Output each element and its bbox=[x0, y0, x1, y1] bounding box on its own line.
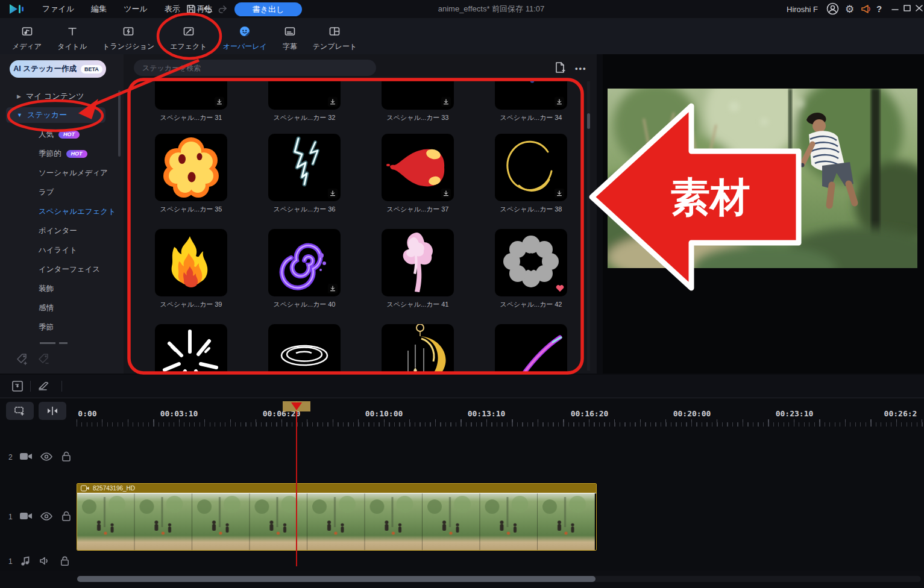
sidebar-item-pointer[interactable]: ポインター bbox=[0, 223, 124, 239]
menu-view[interactable]: 表示 bbox=[156, 0, 189, 18]
sticker-item[interactable]: スペシャル...カー 33 bbox=[361, 81, 474, 122]
download-icon[interactable] bbox=[328, 284, 338, 293]
track-number: 1 bbox=[8, 557, 13, 566]
sidebar-item-season[interactable]: 季節 bbox=[0, 319, 124, 335]
sticker-thumb-pink-cloud bbox=[268, 81, 341, 110]
settings-gear-icon[interactable]: ⚙ bbox=[845, 3, 854, 16]
download-icon[interactable] bbox=[215, 97, 224, 107]
sticker-item[interactable]: スペシャル...カー 41 bbox=[361, 229, 474, 309]
ruler-minor-ticks[interactable] bbox=[77, 422, 924, 427]
beta-badge: BETA bbox=[81, 65, 102, 74]
sticker-thumb-gold-circle bbox=[495, 134, 567, 201]
sidebar-item-sticker[interactable]: ▼ ステッカー bbox=[0, 107, 124, 123]
minimize-button[interactable] bbox=[890, 2, 900, 15]
timeline-header bbox=[0, 375, 924, 398]
playhead[interactable] bbox=[296, 401, 297, 566]
timeline-hscroll-thumb[interactable] bbox=[77, 576, 596, 582]
download-icon[interactable] bbox=[555, 189, 564, 198]
download-icon[interactable] bbox=[555, 97, 564, 107]
video-camera-icon bbox=[19, 511, 33, 524]
help-icon[interactable]: ? bbox=[876, 4, 882, 14]
sidebar-item-popular[interactable]: 人気 HOT bbox=[0, 127, 124, 142]
track-visibility-eye-icon[interactable] bbox=[40, 451, 53, 464]
sticker-item[interactable]: スペシャル...カー 37 bbox=[361, 134, 474, 214]
track-lock-icon[interactable] bbox=[59, 555, 71, 569]
sticker-item[interactable] bbox=[474, 324, 588, 374]
track-number: 1 bbox=[8, 513, 13, 521]
tag-remove-icon[interactable] bbox=[37, 352, 51, 367]
sticker-item[interactable]: スペシャル...カー 39 bbox=[134, 229, 248, 309]
timeline-video-clip[interactable]: 825743196_HD bbox=[77, 483, 597, 551]
favorite-heart-icon[interactable] bbox=[556, 284, 564, 294]
sticker-item[interactable] bbox=[248, 324, 361, 374]
tab-media[interactable]: メディア bbox=[5, 20, 49, 52]
clip-name: 825743196_HD bbox=[93, 485, 135, 492]
track-lock-icon[interactable] bbox=[60, 510, 72, 524]
sidebar-item-social-media[interactable]: ソーシャルメディア bbox=[0, 165, 124, 181]
sticker-item[interactable]: スペシャル...カー 31 bbox=[134, 81, 248, 122]
hot-badge: HOT bbox=[66, 150, 87, 158]
close-button[interactable] bbox=[914, 2, 924, 15]
menu-edit[interactable]: 編集 bbox=[83, 0, 115, 18]
maximize-button[interactable] bbox=[902, 2, 912, 15]
download-icon[interactable] bbox=[441, 97, 451, 107]
chevron-right-icon: ▶ bbox=[17, 93, 21, 99]
tab-effects[interactable]: エフェクト bbox=[163, 20, 214, 52]
sticker-item[interactable]: スペシャル...カー 34 bbox=[474, 81, 588, 122]
playhead-marker[interactable] bbox=[291, 402, 302, 410]
preview-video[interactable] bbox=[608, 89, 917, 268]
sticker-category-sidebar: AI ステッカー作成 BETA ▶ マイ コンテンツ ▼ ステッカー 人気 HO… bbox=[0, 54, 124, 374]
download-icon[interactable] bbox=[441, 189, 451, 198]
undo-icon[interactable] bbox=[203, 4, 213, 16]
sidebar-item-decoration[interactable]: 装飾 bbox=[0, 281, 124, 296]
sticker-thumb-moon-mobile bbox=[382, 324, 454, 374]
search-input[interactable] bbox=[134, 60, 376, 76]
sidebar-item-highlight[interactable]: ハイライト bbox=[0, 242, 124, 258]
import-file-icon[interactable] bbox=[553, 61, 567, 76]
sidebar-item-love[interactable]: ラブ bbox=[0, 184, 124, 200]
sticker-thumb-blank bbox=[155, 81, 227, 110]
track-number: 2 bbox=[8, 453, 13, 461]
add-subtitle-track-button[interactable] bbox=[6, 402, 34, 420]
sidebar-item-seasonal[interactable]: 季節的 HOT bbox=[0, 146, 124, 161]
tab-subtitles[interactable]: 字幕 bbox=[275, 20, 304, 52]
tab-templates[interactable]: テンプレート bbox=[306, 20, 364, 52]
tab-overlay[interactable]: オーバーレイ bbox=[216, 20, 274, 52]
frame-preview-icon[interactable] bbox=[11, 380, 24, 395]
more-options-icon[interactable]: ••• bbox=[575, 64, 587, 73]
tab-transition[interactable]: トランジション bbox=[95, 20, 162, 52]
sticker-item[interactable]: スペシャル...カー 36 bbox=[248, 134, 361, 214]
sticker-item[interactable] bbox=[361, 324, 474, 374]
sticker-item[interactable] bbox=[134, 324, 248, 374]
sticker-item[interactable]: スペシャル...カー 42 bbox=[474, 229, 588, 309]
sidebar-item-special-effects[interactable]: スペシャルエフェクト bbox=[0, 204, 124, 219]
sidebar-item-emotion[interactable]: 感情 bbox=[0, 300, 124, 316]
track-lock-icon[interactable] bbox=[60, 451, 72, 464]
tag-add-icon[interactable] bbox=[16, 352, 29, 367]
ai-sticker-create-button[interactable]: AI ステッカー作成 BETA bbox=[10, 60, 106, 78]
sidebar-item-interface[interactable]: インターフェイス bbox=[0, 261, 124, 277]
track-visibility-eye-icon[interactable] bbox=[40, 511, 53, 524]
media-library-panel: AI ステッカー作成 BETA ▶ マイ コンテンツ ▼ ステッカー 人気 HO… bbox=[0, 54, 597, 374]
sticker-item[interactable]: スペシャル...カー 32 bbox=[248, 81, 361, 122]
menu-file[interactable]: ファイル bbox=[34, 0, 83, 18]
sidebar-item-my-content[interactable]: ▶ マイ コンテンツ bbox=[0, 89, 124, 104]
sticker-item[interactable]: スペシャル...カー 35 bbox=[134, 134, 248, 214]
download-icon[interactable] bbox=[328, 97, 338, 107]
tab-title[interactable]: タイトル bbox=[50, 20, 94, 52]
redo-icon[interactable] bbox=[218, 4, 228, 16]
save-icon[interactable] bbox=[186, 4, 196, 16]
sidebar-scrollbar[interactable] bbox=[118, 90, 121, 157]
ruler-label: 00:23:10 bbox=[767, 409, 822, 418]
track-volume-icon[interactable] bbox=[39, 555, 51, 568]
sticker-item[interactable]: スペシャル...カー 38 bbox=[474, 134, 588, 214]
blade-cut-icon[interactable] bbox=[37, 380, 52, 395]
download-icon[interactable] bbox=[328, 189, 338, 198]
export-button[interactable]: 書き出し bbox=[234, 2, 302, 16]
video-editor-window: ファイル 編集 ツール 表示 再生 書き出し anime_effects* 前回… bbox=[0, 0, 924, 588]
menu-tools[interactable]: ツール bbox=[115, 0, 156, 18]
avatar[interactable] bbox=[826, 2, 839, 17]
sticker-thumb-gray-ring bbox=[495, 229, 567, 296]
announcement-megaphone-icon[interactable] bbox=[860, 3, 872, 17]
sticker-item[interactable]: スペシャル...カー 40 bbox=[248, 229, 361, 309]
